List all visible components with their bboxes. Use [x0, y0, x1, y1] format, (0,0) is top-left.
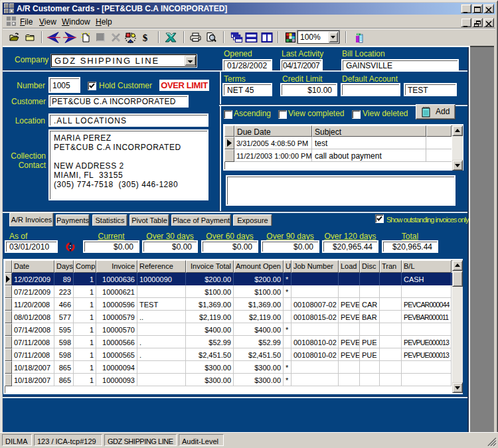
svg-text:$: $: [143, 33, 148, 43]
